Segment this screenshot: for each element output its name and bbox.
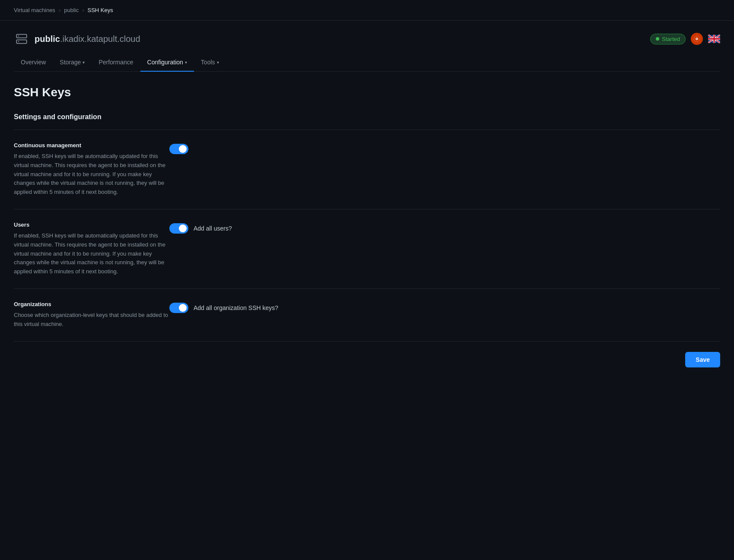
setting-label-3: Organizations [14,301,169,307]
toggle-thumb-3 [179,304,187,312]
breadcrumb-virtual-machines[interactable]: Virtual machines [14,7,55,13]
breadcrumb-sep-1: › [59,7,60,13]
nav-tabs: Overview Storage ▾ Performance Configura… [14,54,720,72]
save-button[interactable]: Save [685,352,720,367]
setting-label-area-1: Continuous management If enabled, SSH ke… [14,142,169,197]
setting-desc-2: If enabled, SSH keys will be automatical… [14,231,169,276]
users-toggle-label: Add all users? [194,225,232,232]
vm-header: public.ikadix.katapult.cloud Started [14,21,720,47]
page-content: SSH Keys Settings and configuration Cont… [14,72,720,392]
svg-rect-0 [16,35,26,38]
flag-icon [708,35,720,43]
svg-rect-1 [16,40,26,43]
org-toggle-label: Add all organization SSH keys? [194,304,278,311]
page-title: SSH Keys [14,85,720,99]
status-text: Started [662,36,680,42]
continuous-management-toggle[interactable] [169,144,188,154]
setting-control-2: Add all users? [169,221,232,234]
setting-row-continuous-management: Continuous management If enabled, SSH ke… [14,130,720,209]
vm-status-area: Started [650,33,720,45]
tab-configuration[interactable]: Configuration ▾ [140,54,194,72]
tab-performance[interactable]: Performance [92,54,140,72]
svg-point-6 [696,38,698,40]
toggle-track-2 [169,223,188,234]
os-icon [691,33,703,45]
users-toggle[interactable] [169,223,188,234]
vm-name: public.ikadix.katapult.cloud [35,34,140,44]
setting-row-organizations: Organizations Choose which organization-… [14,289,720,342]
save-button-area: Save [14,342,720,378]
breadcrumb-current: SSH Keys [88,7,113,13]
breadcrumb-public[interactable]: public [64,7,79,13]
setting-row-users: Users If enabled, SSH keys will be autom… [14,209,720,289]
status-dot [656,37,659,41]
section-title: Settings and configuration [14,113,720,121]
setting-desc-3: Choose which organization-level keys tha… [14,311,169,329]
breadcrumb-sep-2: › [82,7,84,13]
status-badge: Started [650,34,686,44]
setting-label-1: Continuous management [14,142,169,149]
configuration-chevron-icon: ▾ [185,60,187,65]
toggle-track-3 [169,303,188,313]
tools-chevron-icon: ▾ [217,60,219,65]
organizations-toggle[interactable] [169,303,188,313]
toggle-track-1 [169,144,188,154]
setting-label-area-3: Organizations Choose which organization-… [14,301,169,329]
storage-chevron-icon: ▾ [83,60,85,65]
setting-control-3: Add all organization SSH keys? [169,301,278,313]
server-icon [14,31,29,47]
vm-title-area: public.ikadix.katapult.cloud [14,31,140,47]
main-container: public.ikadix.katapult.cloud Started [0,21,734,392]
svg-point-2 [18,35,19,36]
svg-point-3 [18,41,19,42]
setting-label-2: Users [14,221,169,228]
tab-overview[interactable]: Overview [14,54,53,72]
toggle-thumb-1 [179,145,187,153]
setting-label-area-2: Users If enabled, SSH keys will be autom… [14,221,169,276]
toggle-thumb-2 [179,225,187,232]
setting-control-1 [169,142,188,154]
tab-storage[interactable]: Storage ▾ [53,54,92,72]
tab-tools[interactable]: Tools ▾ [194,54,226,72]
setting-desc-1: If enabled, SSH keys will be automatical… [14,152,169,197]
breadcrumb: Virtual machines › public › SSH Keys [0,0,734,21]
